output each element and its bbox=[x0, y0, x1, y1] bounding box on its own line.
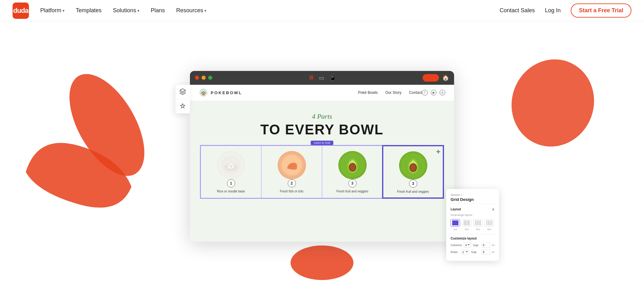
mobile-icon[interactable]: 📱 bbox=[329, 74, 336, 81]
row-gap-input[interactable] bbox=[481, 250, 490, 255]
grid-number-2: 2 bbox=[288, 179, 296, 187]
svg-point-17 bbox=[350, 164, 355, 171]
layout-5col[interactable] bbox=[473, 219, 483, 227]
browser-bar: 🖥 ▭ 📱 🏠 bbox=[190, 71, 454, 85]
rows-select[interactable]: 123 bbox=[461, 250, 469, 255]
login-link[interactable]: Log In bbox=[545, 7, 561, 14]
layout-section-header: Layout ∧ bbox=[451, 207, 495, 212]
home-icon[interactable]: 🏠 bbox=[442, 74, 449, 81]
rows-label: Rows bbox=[451, 251, 459, 254]
nav-right: Contact Sales Log In Start a Free Trial bbox=[500, 3, 631, 18]
avocado2-svg bbox=[402, 154, 424, 176]
panel-title: Grid Design bbox=[451, 197, 495, 204]
svg-point-12 bbox=[230, 168, 232, 169]
label-2x2: 2x2 bbox=[462, 228, 471, 231]
rearrange-label: Rearrange layout bbox=[451, 213, 495, 217]
blob-bottom-left bbox=[19, 128, 138, 216]
publish-pill[interactable] bbox=[423, 74, 439, 82]
youtube-icon[interactable]: ▶ bbox=[431, 90, 436, 95]
label-4x1: 4x1 bbox=[485, 228, 494, 231]
collapse-layout-icon[interactable]: ∧ bbox=[492, 207, 495, 212]
panel-breadcrumb: Section > bbox=[451, 193, 495, 197]
navbar: duda Platform ▾ Templates Solutions ▾ Pl… bbox=[0, 0, 644, 21]
layout-2col[interactable] bbox=[462, 219, 471, 227]
blob-top-right bbox=[499, 53, 606, 153]
site-nav-story[interactable]: Our Story bbox=[385, 90, 401, 95]
rice-svg bbox=[220, 154, 242, 176]
grid-cell-1[interactable]: 1 Rice or noodle base bbox=[201, 146, 261, 198]
site-nav-contact[interactable]: Contact bbox=[409, 90, 422, 95]
instagram-icon[interactable]: ◎ bbox=[440, 90, 445, 95]
avocado-image bbox=[338, 151, 367, 179]
grid-number-3: 3 bbox=[348, 179, 357, 187]
trial-button[interactable]: Start a Free Trial bbox=[571, 3, 631, 18]
browser-dot-red bbox=[195, 76, 199, 80]
grid-desc-4: Fresh fruit and veggies bbox=[397, 190, 429, 194]
poke-subtitle: 4 Parts bbox=[190, 112, 454, 121]
platform-caret: ▾ bbox=[63, 8, 64, 13]
desktop-icon[interactable]: 🖥 bbox=[308, 74, 314, 81]
row-gap-unit: px bbox=[492, 251, 495, 253]
widget-tool[interactable] bbox=[175, 99, 190, 114]
grid-design-panel: Section > Grid Design Layout ∧ Rearrange… bbox=[446, 189, 499, 261]
fish-image bbox=[278, 151, 306, 179]
col-gap-input[interactable] bbox=[481, 243, 490, 248]
duda-logo[interactable]: duda bbox=[13, 3, 29, 19]
grid-number-4: 3 bbox=[409, 180, 417, 188]
columns-select[interactable]: 41235 bbox=[464, 243, 471, 248]
nav-solutions[interactable]: Solutions ▾ bbox=[113, 7, 139, 14]
avocado-svg bbox=[341, 154, 364, 176]
nav-platform[interactable]: Platform ▾ bbox=[40, 7, 64, 14]
device-switcher: 🖥 ▭ 📱 bbox=[308, 74, 336, 81]
grid-cell-3[interactable]: 3 Fresh fruit and veggies bbox=[322, 146, 383, 198]
site-navbar: POKEBOWL Poké Bowls Our Story Contact f … bbox=[190, 85, 454, 101]
grid-number-1: 1 bbox=[227, 179, 235, 187]
svg-point-3 bbox=[199, 89, 208, 97]
layout-1col[interactable] bbox=[451, 219, 460, 227]
label-5x1: 5x1 bbox=[473, 228, 483, 231]
hero-section: 🖥 ▭ 📱 🏠 POKEBOWL bbox=[0, 21, 644, 291]
grid-cell-4[interactable]: ✛ 3 Fresh fruit and veggies bbox=[383, 146, 443, 198]
site-social-icons: f ▶ ◎ bbox=[422, 90, 445, 95]
customize-label: Customize layout bbox=[451, 237, 495, 240]
grid-desc-3: Fresh fruit and veggies bbox=[336, 189, 369, 193]
gap-label-1: Gap bbox=[473, 244, 480, 247]
col-gap-unit: px bbox=[492, 244, 495, 246]
grid-desc-1: Rice or noodle base bbox=[217, 189, 245, 193]
facebook-icon[interactable]: f bbox=[422, 90, 428, 95]
avocado2-image bbox=[399, 151, 427, 180]
pokebowl-logo-icon bbox=[199, 88, 208, 97]
columns-label: Columns bbox=[451, 244, 462, 247]
columns-row: Columns 41235 Gap px bbox=[451, 243, 495, 248]
layers-tool[interactable] bbox=[175, 85, 190, 99]
panel-divider bbox=[451, 234, 495, 234]
food-grid: 1 Rice or noodle base bbox=[200, 145, 444, 199]
insert-to-grid-label[interactable]: Insert to Grid bbox=[311, 141, 333, 145]
site-nav-links: Poké Bowls Our Story Contact bbox=[358, 90, 422, 95]
nav-resources[interactable]: Resources ▾ bbox=[176, 7, 206, 14]
nav-templates[interactable]: Templates bbox=[76, 7, 102, 14]
poke-hero: 4 Parts TO EVERY BOWL bbox=[190, 101, 454, 137]
browser-dot-yellow bbox=[202, 76, 206, 80]
fish-svg bbox=[281, 154, 303, 176]
rice-image bbox=[217, 151, 245, 179]
layout-labels: 1x1 2x2 5x1 4x1 bbox=[451, 228, 495, 231]
grid-cell-2[interactable]: 2 Fresh fish or tofu bbox=[261, 146, 322, 198]
nav-links: Platform ▾ Templates Solutions ▾ Plans R… bbox=[40, 7, 500, 14]
logo-text: duda bbox=[13, 7, 29, 15]
grid-wrapper: Insert to Grid bbox=[200, 145, 444, 199]
poke-title: TO EVERY BOWL bbox=[190, 122, 454, 137]
nav-plans[interactable]: Plans bbox=[151, 7, 165, 14]
site-nav-pokebowls[interactable]: Poké Bowls bbox=[358, 90, 378, 95]
grid-desc-2: Fresh fish or tofu bbox=[280, 189, 303, 193]
blob-bottom-center bbox=[287, 241, 357, 285]
website-content: POKEBOWL Poké Bowls Our Story Contact f … bbox=[190, 85, 454, 242]
gap-label-2: Gap bbox=[471, 251, 479, 254]
move-cursor-icon: ✛ bbox=[436, 149, 440, 155]
svg-point-4 bbox=[202, 93, 205, 95]
tablet-icon[interactable]: ▭ bbox=[319, 74, 324, 81]
label-1x1: 1x1 bbox=[451, 228, 460, 231]
contact-sales-link[interactable]: Contact Sales bbox=[500, 7, 535, 14]
site-logo: POKEBOWL bbox=[199, 88, 358, 97]
layout-4col[interactable] bbox=[485, 219, 494, 227]
